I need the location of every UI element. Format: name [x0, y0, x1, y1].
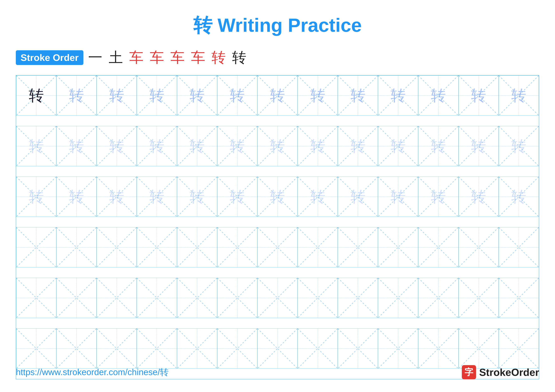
grid-cell[interactable] [378, 227, 418, 267]
grid-row: 转转转转转转转转转转转转转 [16, 126, 539, 177]
grid-cell[interactable] [459, 227, 499, 267]
grid-cell[interactable] [177, 278, 217, 318]
cell-character: 转 [230, 189, 245, 204]
grid-cell[interactable] [418, 328, 458, 369]
grid-cell[interactable] [96, 328, 137, 369]
grid-cell[interactable] [56, 278, 96, 318]
grid-cell[interactable] [16, 227, 56, 267]
grid-cell[interactable] [16, 278, 56, 318]
grid-cell[interactable]: 转 [499, 177, 539, 217]
grid-cell[interactable] [16, 328, 56, 369]
grid-cell[interactable]: 转 [298, 177, 338, 217]
grid-cell[interactable] [378, 328, 418, 369]
grid-cell[interactable]: 转 [137, 126, 177, 166]
cell-character: 转 [511, 88, 526, 103]
grid-cell[interactable]: 转 [16, 177, 56, 217]
grid-cell[interactable]: 转 [338, 177, 378, 217]
grid-cell[interactable] [418, 278, 458, 318]
grid-cell[interactable] [298, 278, 338, 318]
cell-character: 转 [351, 189, 365, 204]
cell-character: 转 [310, 88, 325, 103]
grid-cell[interactable]: 转 [16, 126, 56, 166]
grid-cell[interactable]: 转 [137, 177, 177, 217]
grid-cell[interactable]: 转 [298, 75, 338, 116]
stroke-sequence: 一土车车车车转转 [88, 48, 246, 67]
grid-cell[interactable] [56, 328, 96, 369]
grid-row: 转转转转转转转转转转转转转 [16, 177, 539, 227]
grid-cell[interactable]: 转 [257, 177, 298, 217]
grid-cell[interactable]: 转 [338, 75, 378, 116]
cell-character: 转 [29, 189, 44, 204]
grid-cell[interactable]: 转 [177, 126, 217, 166]
grid-cell[interactable] [96, 278, 137, 318]
grid-cell[interactable] [217, 227, 257, 267]
grid-cell[interactable]: 转 [56, 177, 96, 217]
grid-cell[interactable]: 转 [298, 126, 338, 166]
grid-cell[interactable]: 转 [499, 75, 539, 116]
grid-cell[interactable] [298, 328, 338, 369]
grid-cell[interactable] [298, 227, 338, 267]
grid-cell[interactable] [177, 328, 217, 369]
grid-cell[interactable]: 转 [459, 177, 499, 217]
grid-cell[interactable]: 转 [378, 75, 418, 116]
cell-character: 转 [230, 139, 245, 154]
grid-cell[interactable]: 转 [16, 75, 56, 116]
cell-character: 转 [109, 88, 124, 103]
grid-cell[interactable]: 转 [418, 177, 458, 217]
stroke-char: 转 [212, 48, 226, 67]
grid-cell[interactable] [499, 227, 539, 267]
grid-cell[interactable]: 转 [257, 75, 298, 116]
grid-cell[interactable] [217, 278, 257, 318]
grid-cell[interactable]: 转 [418, 75, 458, 116]
grid-cell[interactable] [338, 227, 378, 267]
grid-cell[interactable]: 转 [217, 75, 257, 116]
grid-cell[interactable]: 转 [96, 75, 137, 116]
grid-cell[interactable] [418, 227, 458, 267]
grid-cell[interactable]: 转 [257, 126, 298, 166]
cell-character: 转 [391, 189, 406, 204]
cell-character: 转 [310, 189, 325, 204]
grid-cell[interactable] [499, 278, 539, 318]
grid-cell[interactable] [257, 328, 298, 369]
grid-cell[interactable] [137, 328, 177, 369]
grid-cell[interactable] [378, 278, 418, 318]
grid-cell[interactable] [459, 278, 499, 318]
practice-grid: 转转转转转转转转转转转转转转转转转转转转转转转转转转转转转转转转转转转转转转转 [16, 75, 539, 379]
grid-cell[interactable] [137, 227, 177, 267]
grid-cell[interactable] [137, 278, 177, 318]
cell-character: 转 [391, 139, 406, 154]
cell-character: 转 [431, 189, 446, 204]
grid-cell[interactable] [459, 328, 499, 369]
grid-cell[interactable] [257, 227, 298, 267]
grid-cell[interactable] [96, 227, 137, 267]
grid-cell[interactable]: 转 [56, 126, 96, 166]
cell-character: 转 [230, 88, 245, 103]
grid-cell[interactable]: 转 [177, 75, 217, 116]
grid-cell[interactable] [338, 328, 378, 369]
cell-character: 转 [471, 189, 486, 204]
cell-character: 转 [149, 189, 164, 204]
grid-cell[interactable] [499, 328, 539, 369]
grid-cell[interactable]: 转 [217, 126, 257, 166]
grid-cell[interactable]: 转 [217, 177, 257, 217]
grid-cell[interactable]: 转 [338, 126, 378, 166]
grid-cell[interactable]: 转 [378, 126, 418, 166]
grid-cell[interactable] [177, 227, 217, 267]
grid-cell[interactable]: 转 [96, 126, 137, 166]
cell-character: 转 [190, 88, 204, 103]
grid-cell[interactable]: 转 [418, 126, 458, 166]
grid-cell[interactable]: 转 [137, 75, 177, 116]
grid-cell[interactable]: 转 [459, 75, 499, 116]
grid-cell[interactable] [257, 278, 298, 318]
grid-cell[interactable] [217, 328, 257, 369]
grid-cell[interactable]: 转 [56, 75, 96, 116]
cell-character: 转 [69, 139, 84, 154]
grid-cell[interactable]: 转 [499, 126, 539, 166]
grid-cell[interactable]: 转 [96, 177, 137, 217]
grid-cell[interactable]: 转 [459, 126, 499, 166]
grid-cell[interactable]: 转 [177, 177, 217, 217]
grid-cell[interactable]: 转 [378, 177, 418, 217]
cell-character: 转 [29, 88, 44, 103]
grid-cell[interactable] [338, 278, 378, 318]
grid-cell[interactable] [56, 227, 96, 267]
